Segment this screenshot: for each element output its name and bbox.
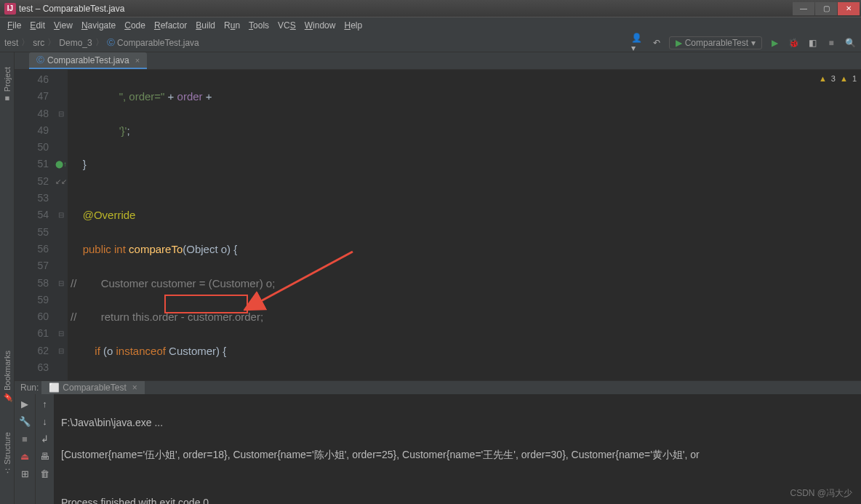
menu-navigate[interactable]: Navigate (77, 19, 120, 32)
menu-vcs[interactable]: VCS (273, 19, 300, 32)
console-output[interactable]: F:\Java\bin\java.exe ... [Customer{name=… (54, 394, 861, 504)
line-gutter: 46474849505152535455565758596061626364 (15, 70, 55, 380)
minimize-button[interactable]: — (793, 2, 814, 15)
window-title: test – ComparableTest.java (19, 4, 124, 14)
breadcrumb-file[interactable]: Ⓒ ComparableTest.java (107, 37, 199, 48)
menu-tools[interactable]: Tools (244, 19, 273, 32)
wrap-button[interactable]: ↲ (39, 432, 52, 445)
warning-icon: ▲ (819, 74, 827, 83)
clear-button[interactable]: 🗑 (39, 467, 52, 480)
close-tab-icon[interactable]: × (135, 56, 140, 65)
menu-help[interactable]: Help (340, 19, 367, 32)
coverage-button[interactable]: ◧ (806, 36, 819, 49)
tool-button[interactable]: 🔧 (18, 415, 31, 428)
editor[interactable]: 46474849505152535455565758596061626364 ⊟… (15, 70, 861, 380)
debug-button[interactable]: 🐞 (787, 36, 800, 49)
menu-window[interactable]: Window (300, 19, 340, 32)
user-icon[interactable]: 👤▾ (631, 36, 644, 49)
stop-button[interactable]: ■ (825, 36, 838, 49)
back-button[interactable]: ↶ (650, 36, 663, 49)
editor-tab-label: ComparableTest.java (47, 55, 129, 65)
editor-tabstrip: Ⓒ ComparableTest.java × (15, 52, 861, 70)
layout-button[interactable]: ⊞ (18, 467, 31, 480)
editor-tab[interactable]: Ⓒ ComparableTest.java × (29, 52, 147, 69)
run-button[interactable]: ▶ (768, 36, 781, 49)
run-tab-icon: ⬜ (49, 383, 60, 393)
run-tab[interactable]: ⬜ ComparableTest × (41, 381, 144, 394)
class-icon: Ⓒ (107, 37, 115, 48)
watermark: CSDN @冯大少 (790, 487, 852, 500)
menu-view[interactable]: View (49, 19, 77, 32)
up-button[interactable]: ↑ (39, 397, 52, 410)
maximize-button[interactable]: ▢ (815, 2, 837, 15)
inspection-summary[interactable]: ▲3 ▲1 (814, 73, 861, 84)
bookmarks-tool-button[interactable]: 🔖 Bookmarks (2, 351, 12, 403)
play-icon: ▶ (676, 38, 682, 48)
breadcrumb-root[interactable]: test (4, 38, 18, 48)
menu-code[interactable]: Code (120, 19, 150, 32)
run-label: Run: (20, 383, 39, 393)
warning-icon: ▲ (840, 74, 848, 83)
menu-run[interactable]: Run (220, 19, 244, 32)
annotation-highlight (164, 295, 248, 313)
console-toolbar: ↑ ↓ ↲ 🖶 🗑 (35, 394, 54, 504)
run-panel: Run: ⬜ ComparableTest × ▶ 🔧 ■ ⏏ ⊞ (15, 380, 861, 504)
breadcrumb-src[interactable]: src (33, 38, 44, 48)
menu-file[interactable]: File (3, 19, 25, 32)
project-tool-button[interactable]: ■ Project (3, 67, 12, 103)
down-button[interactable]: ↓ (39, 415, 52, 428)
breadcrumb-bar: test〉 src〉 Demo_3〉 Ⓒ ComparableTest.java… (0, 33, 861, 52)
run-config-name: ComparableTest (685, 38, 748, 48)
close-button[interactable]: ✕ (838, 2, 860, 15)
gutter-icons: ⊟ ⬤↑↙↙ ⊟ ⊟ ⊟⊟ (55, 70, 68, 380)
titlebar: IJ test – ComparableTest.java — ▢ ✕ (0, 0, 861, 17)
class-icon: Ⓒ (36, 55, 44, 65)
menu-edit[interactable]: Edit (25, 19, 49, 32)
exit-button[interactable]: ⏏ (18, 449, 31, 463)
app-icon: IJ (4, 3, 16, 15)
run-config-selector[interactable]: ▶ ComparableTest ▾ (669, 36, 762, 49)
chevron-down-icon: ▾ (751, 38, 756, 48)
left-tool-rail: ■ Project 🔖 Bookmarks ⛬ Structure (0, 52, 15, 504)
code-area[interactable]: ", order=" + order + '}'; } @Override pu… (68, 70, 861, 380)
structure-tool-button[interactable]: ⛬ Structure (3, 432, 12, 476)
menubar: File Edit View Navigate Code Refactor Bu… (0, 17, 861, 33)
run-tab-label: ComparableTest (63, 383, 126, 393)
close-icon[interactable]: × (132, 383, 137, 393)
search-button[interactable]: 🔍 (844, 36, 857, 49)
breadcrumb-pkg[interactable]: Demo_3 (59, 38, 92, 48)
rerun-button[interactable]: ▶ (18, 397, 31, 410)
stop-button[interactable]: ■ (18, 432, 31, 445)
menu-refactor[interactable]: Refactor (150, 19, 191, 32)
print-button[interactable]: 🖶 (39, 449, 52, 463)
menu-build[interactable]: Build (191, 19, 220, 32)
run-toolbar: ▶ 🔧 ■ ⏏ ⊞ (15, 394, 35, 504)
